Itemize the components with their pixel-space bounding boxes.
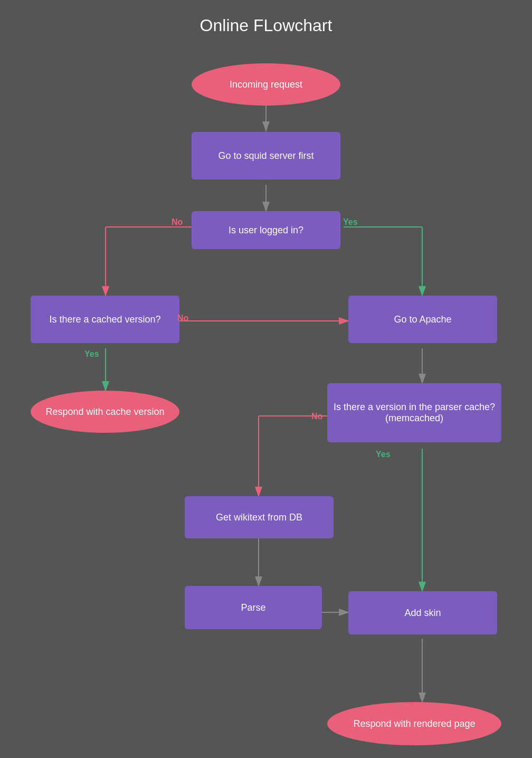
label-yes-logged-in: Yes: [343, 217, 358, 227]
node-parser-cache: Is there a version in the parser cache? …: [327, 383, 501, 442]
node-rendered-page: Respond with rendered page: [327, 702, 501, 745]
label-no-parser-cache: No: [311, 412, 322, 421]
label-yes-cached: Yes: [84, 349, 99, 359]
label-yes-parser-cache: Yes: [376, 450, 391, 459]
page-title: Online FLowchart: [0, 0, 532, 35]
node-wikitext: Get wikitext from DB: [185, 496, 334, 538]
node-add-skin: Add skin: [348, 591, 497, 634]
node-parse: Parse: [185, 586, 322, 629]
node-squid-server: Go to squid server first: [192, 132, 340, 179]
node-cached-version: Is there a cached version?: [31, 296, 179, 343]
node-user-logged-in: Is user logged in?: [192, 211, 340, 249]
node-incoming-request: Incoming request: [192, 63, 340, 106]
label-no-logged-in: No: [172, 217, 183, 227]
label-no-cached: No: [177, 314, 188, 323]
node-apache: Go to Apache: [348, 296, 497, 343]
node-cache-response: Respond with cache version: [31, 391, 179, 433]
